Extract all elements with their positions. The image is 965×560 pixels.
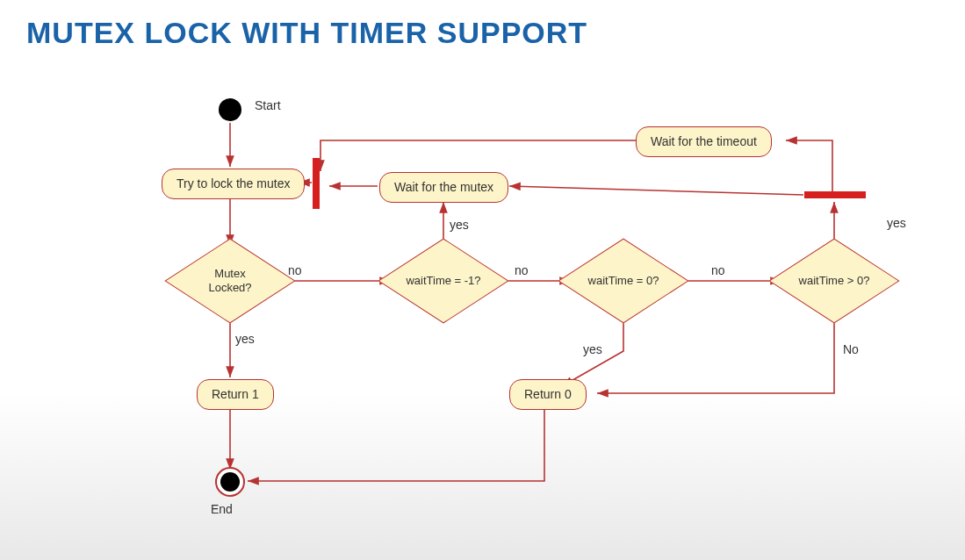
wait-timeout-node: Wait for the timeout bbox=[636, 126, 772, 157]
start-label: Start bbox=[255, 98, 281, 112]
return-0-node: Return 0 bbox=[509, 379, 587, 410]
waittime-neg1-decision: waitTime = -1? bbox=[391, 246, 496, 316]
sync-bar-left bbox=[313, 158, 320, 209]
return-1-node: Return 1 bbox=[197, 379, 274, 410]
mutex-locked-decision: Mutex Locked? bbox=[177, 246, 283, 316]
waittime-gt0-decision: waitTime > 0? bbox=[781, 246, 887, 316]
end-icon bbox=[215, 467, 245, 497]
edge-gt0-no: No bbox=[843, 342, 859, 356]
try-lock-node: Try to lock the mutex bbox=[162, 169, 305, 199]
edge-gt0-yes: yes bbox=[887, 216, 906, 230]
wait-mutex-node: Wait for the mutex bbox=[379, 172, 508, 203]
edge-0-yes: yes bbox=[583, 342, 602, 356]
svg-line-10 bbox=[509, 186, 803, 195]
flowchart-canvas: Start Try to lock the mutex Wait for the… bbox=[0, 0, 965, 560]
edge-neg1-yes: yes bbox=[450, 218, 469, 232]
end-node bbox=[215, 467, 245, 497]
end-label: End bbox=[211, 502, 233, 516]
start-node bbox=[219, 98, 241, 121]
edge-mutex-yes: yes bbox=[235, 332, 255, 346]
start-icon bbox=[219, 98, 241, 121]
edge-0-no: no bbox=[711, 263, 725, 277]
sync-bar-right bbox=[804, 191, 866, 198]
waittime-0-decision: waitTime = 0? bbox=[571, 246, 676, 316]
edge-mutex-no: no bbox=[288, 263, 302, 277]
edge-neg1-no: no bbox=[515, 263, 529, 277]
